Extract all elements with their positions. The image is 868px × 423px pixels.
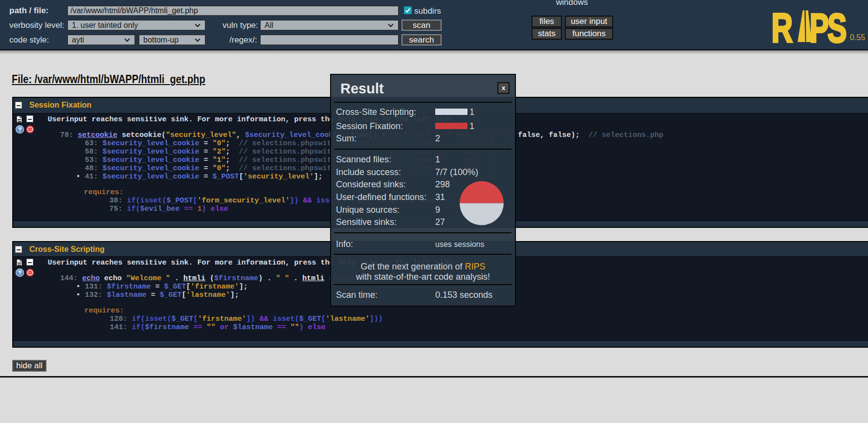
svg-text:?: ? [18,127,22,133]
svg-text:R: R [772,8,793,44]
svg-text:?: ? [18,270,22,276]
svg-text:S: S [827,8,847,44]
svg-text:P: P [810,8,829,44]
